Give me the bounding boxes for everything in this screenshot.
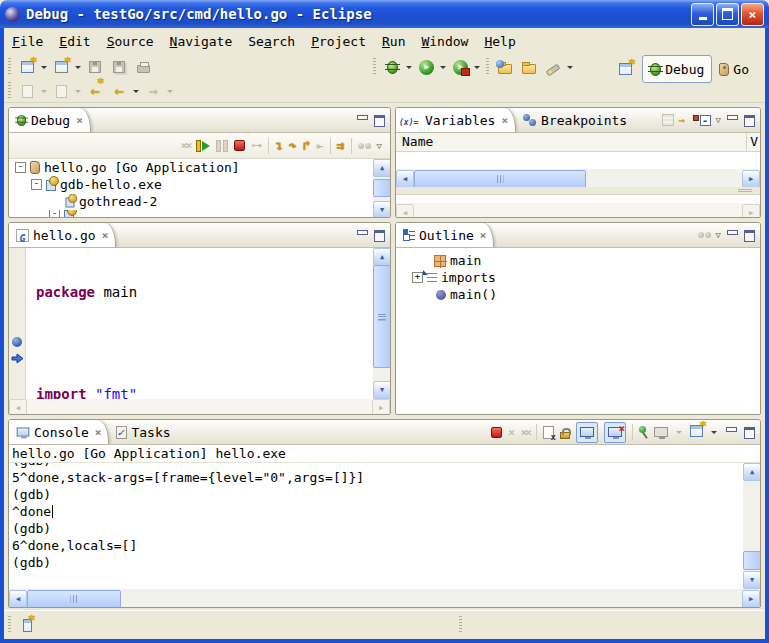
outline-extra-icon[interactable] — [698, 232, 711, 238]
scroll-down-icon[interactable]: ▼ — [373, 381, 390, 399]
last-edit-location-button[interactable]: ← — [83, 80, 107, 102]
close-button[interactable]: × — [741, 3, 764, 26]
scroll-thumb[interactable] — [373, 179, 390, 197]
scroll-lock-button[interactable] — [560, 432, 570, 439]
tab-variables[interactable]: Variables × — [396, 108, 516, 132]
collapse-expander-icon[interactable] — [15, 162, 26, 173]
outline-item-main-package[interactable]: main — [396, 252, 760, 269]
remove-all-terminated-launches-button[interactable]: ×× — [521, 426, 530, 439]
collapse-expander-icon[interactable] — [31, 179, 42, 190]
console-terminate-button[interactable] — [491, 427, 502, 438]
tab-outline[interactable]: Outline × — [396, 223, 494, 247]
open-folder-button[interactable] — [517, 56, 541, 78]
console-tab-close-icon[interactable]: × — [95, 426, 102, 439]
tab-tasks[interactable]: Tasks — [109, 420, 177, 444]
display-console-dropdown[interactable] — [676, 431, 682, 434]
scroll-thumb[interactable] — [27, 590, 121, 608]
maximize-button[interactable] — [716, 3, 739, 26]
scroll-right-icon[interactable]: ▶ — [742, 590, 760, 608]
collapse-all-button[interactable] — [700, 115, 711, 126]
breakpoint-marker-icon[interactable] — [12, 337, 22, 347]
search-button[interactable] — [541, 56, 565, 78]
editor-tab-close-icon[interactable]: × — [102, 229, 109, 242]
menu-source[interactable]: Source — [99, 31, 162, 52]
debug-view-menu-icon[interactable]: ▽ — [377, 141, 382, 151]
drop-to-frame-button[interactable]: ⇤ — [317, 139, 324, 153]
variables-detail-pane[interactable]: ◀ ▶ — [396, 194, 760, 218]
debug-dropdown[interactable] — [406, 66, 412, 69]
console-maximize-button[interactable] — [743, 427, 755, 437]
console-minimize-button[interactable] — [725, 427, 737, 437]
debug-tree-row-thread[interactable]: gothread-2 — [9, 193, 390, 210]
debug-tab-close-icon[interactable]: × — [76, 114, 83, 127]
scroll-up-icon[interactable]: ▲ — [373, 159, 390, 177]
menu-help[interactable]: Help — [476, 31, 523, 52]
perspective-debug-button[interactable]: Debug — [642, 55, 712, 83]
console-output[interactable]: (gdb) 5^done,stack-args=[frame={level="0… — [9, 463, 760, 589]
next-annotation-dropdown[interactable] — [41, 90, 47, 93]
scroll-right-icon[interactable]: ▶ — [742, 170, 760, 188]
editor-hscrollbar[interactable]: ◀ ▶ — [9, 399, 390, 415]
variables-maximize-button[interactable] — [743, 115, 755, 125]
previous-annotation-button[interactable] — [49, 80, 73, 102]
suspend-button[interactable] — [216, 140, 228, 152]
scroll-left-icon[interactable]: ◀ — [9, 590, 27, 608]
scroll-right-icon[interactable]: ▶ — [372, 399, 390, 415]
new-go-project-button[interactable] — [49, 56, 73, 78]
outline-item-main-func[interactable]: main() — [396, 286, 760, 303]
scroll-down-icon[interactable]: ▼ — [373, 201, 390, 218]
open-console-button[interactable] — [690, 425, 703, 440]
editor-minimize-button[interactable] — [356, 230, 368, 240]
debug-tree-row-launch[interactable]: hello.go [Go Application] — [9, 159, 390, 176]
menu-search[interactable]: Search — [240, 31, 303, 52]
outline-tab-close-icon[interactable]: × — [480, 229, 487, 242]
console-hscrollbar[interactable]: ◀ ▶ — [9, 589, 760, 607]
menu-navigate[interactable]: Navigate — [162, 31, 241, 52]
fast-view-button[interactable] — [15, 614, 39, 636]
scroll-up-icon[interactable]: ▲ — [373, 248, 390, 266]
debug-minimize-button[interactable] — [356, 115, 368, 125]
remove-all-terminated-button[interactable]: ×× — [181, 139, 190, 152]
step-into-button[interactable]: ↴ — [275, 139, 283, 152]
variables-minimize-button[interactable] — [726, 115, 738, 125]
back-dropdown[interactable] — [133, 90, 139, 93]
tab-console[interactable]: Console × — [9, 420, 109, 444]
new-wizard-dropdown[interactable] — [41, 66, 47, 69]
scroll-left-icon[interactable]: ◀ — [396, 170, 414, 188]
display-selected-console-button[interactable] — [654, 425, 668, 440]
debug-maximize-button[interactable] — [373, 115, 385, 125]
variables-view-menu-icon[interactable]: ▽ — [716, 115, 721, 125]
remove-launch-button[interactable]: × — [508, 426, 515, 439]
open-perspective-button[interactable] — [613, 58, 637, 80]
previous-annotation-dropdown[interactable] — [75, 90, 81, 93]
variables-column-name[interactable]: Name — [402, 134, 433, 149]
disconnect-button[interactable]: ⊶ — [251, 139, 262, 152]
forward-button[interactable]: → — [141, 80, 165, 102]
expand-expander-icon[interactable] — [412, 272, 423, 283]
resume-button[interactable] — [196, 140, 210, 152]
search-dropdown[interactable] — [567, 66, 573, 69]
show-type-names-button[interactable] — [662, 114, 674, 126]
print-button[interactable] — [131, 56, 155, 78]
menu-project[interactable]: Project — [303, 31, 374, 52]
variables-column-value[interactable]: V — [746, 133, 758, 151]
scroll-thumb[interactable] — [414, 170, 586, 188]
next-annotation-button[interactable] — [15, 80, 39, 102]
minimize-button[interactable] — [691, 3, 714, 26]
tab-debug[interactable]: Debug × — [9, 108, 91, 132]
step-over-button[interactable]: ↷ — [289, 139, 297, 152]
outline-view-menu-icon[interactable]: ▽ — [716, 230, 721, 240]
outline-item-imports[interactable]: imports — [396, 269, 760, 286]
variables-tab-close-icon[interactable]: × — [501, 114, 508, 127]
eclipse-logo-icon[interactable] — [5, 7, 20, 22]
open-resource-button[interactable] — [493, 56, 517, 78]
menu-run[interactable]: Run — [374, 31, 413, 52]
editor-vscrollbar[interactable]: ▲ ▼ — [373, 248, 390, 399]
run-dropdown[interactable] — [440, 66, 446, 69]
scroll-thumb[interactable] — [373, 265, 390, 368]
scroll-left-icon[interactable]: ◀ — [9, 399, 27, 415]
debug-vscrollbar[interactable]: ▲ ▼ — [373, 159, 390, 218]
clear-console-button[interactable] — [543, 426, 554, 439]
run-external-tools-dropdown[interactable] — [474, 66, 480, 69]
outline-minimize-button[interactable] — [726, 230, 738, 240]
